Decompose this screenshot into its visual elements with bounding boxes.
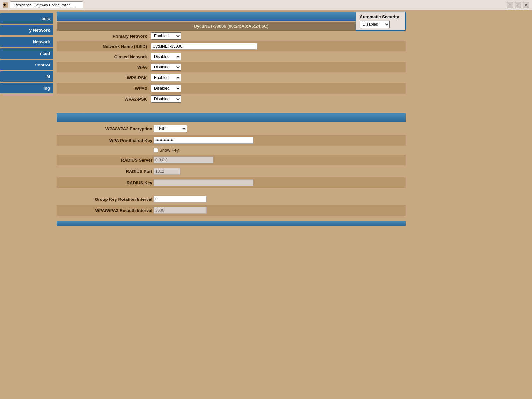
wpa-encryption-select[interactable]: TKIP AES TKIP+AES — [154, 125, 187, 132]
radius-server-row: RADIUS Server — [57, 155, 406, 165]
show-key-row: Show Key — [57, 146, 406, 154]
browser-controls: − □ ✕ — [507, 2, 529, 8]
encryption-section-header — [57, 113, 406, 122]
browser-chrome: ★ Residential Gateway Configuration: Wir… — [0, 0, 532, 10]
radius-key-input[interactable] — [154, 179, 253, 186]
sidebar-item-primary-network[interactable]: y Network — [0, 25, 53, 35]
radius-key-label: RADIUS Key — [59, 180, 152, 185]
primary-network-label: Primary Network — [57, 31, 150, 41]
closed-network-label: Closed Network — [57, 51, 150, 62]
sidebar-item-m[interactable]: M — [0, 71, 53, 82]
closed-network-row: Closed Network Disabled Enabled — [57, 51, 406, 62]
primary-network-row: Primary Network Enabled Disabled — [57, 31, 406, 41]
bottom-section: Group Key Rotation Interval WPA/WPA2 Re-… — [57, 194, 406, 216]
sidebar: asic y Network Network nced Control M in… — [0, 0, 53, 399]
wpa-label: WPA — [57, 62, 150, 72]
primary-form-table: Primary Network Enabled Disabled Network… — [57, 31, 406, 104]
radius-port-row: RADIUS Port — [57, 166, 406, 177]
ssid-label: Network Name (SSID) — [57, 41, 150, 51]
radius-key-row: RADIUS Key — [57, 177, 406, 188]
wpa2-row: WPA2 Disabled Enabled — [57, 83, 406, 94]
psk-row: WPA Pre-Shared Key — [57, 135, 406, 146]
group-key-input[interactable] — [154, 196, 207, 202]
top-section: UyduNET-33006 (00:24:A0:A5:24:6C) Automa… — [57, 12, 406, 104]
psk-label: WPA Pre-Shared Key — [59, 138, 152, 143]
main-content: UyduNET-33006 (00:24:A0:A5:24:6C) Automa… — [53, 0, 532, 399]
wpa-encryption-label: WPA/WPA2 Encryption — [59, 126, 152, 131]
wpa-select[interactable]: Disabled Enabled — [151, 64, 181, 71]
auto-security-panel: Automatic Security Disabled Enabled — [356, 12, 406, 31]
primary-network-control: Enabled Disabled — [150, 31, 406, 41]
radius-server-label: RADIUS Server — [59, 158, 152, 163]
network-title: UyduNET-33006 (00:24:A0:A5:24:6C) — [194, 24, 268, 29]
show-key-label: Show Key — [159, 148, 179, 153]
group-key-label: Group Key Rotation Interval — [59, 197, 152, 202]
wpa-psk-label: WPA-PSK — [57, 72, 150, 83]
minimize-button[interactable]: − — [507, 2, 513, 8]
wpa2-select[interactable]: Disabled Enabled — [151, 85, 181, 92]
scroll-bar[interactable] — [57, 221, 406, 226]
sidebar-item-network[interactable]: Network — [0, 37, 53, 47]
browser-tab[interactable]: Residential Gateway Configuration: Wirel… — [10, 1, 83, 8]
wpa-psk-select[interactable]: Enabled Disabled — [151, 74, 181, 81]
closed-network-select[interactable]: Disabled Enabled — [151, 53, 181, 60]
maximize-button[interactable]: □ — [515, 2, 521, 8]
wpa2-control: Disabled Enabled — [150, 83, 406, 94]
auto-security-select[interactable]: Disabled Enabled — [360, 21, 390, 28]
reauth-row: WPA/WPA2 Re-auth Interval — [57, 205, 406, 216]
show-key-checkbox[interactable] — [154, 148, 158, 152]
wpa2-psk-row: WPA2-PSK Disabled Enabled — [57, 94, 406, 104]
sidebar-item-ing[interactable]: ing — [0, 83, 53, 93]
sidebar-item-advanced[interactable]: nced — [0, 48, 53, 59]
closed-network-control: Disabled Enabled — [150, 51, 406, 62]
wpa-control: Disabled Enabled — [150, 62, 406, 72]
psk-input[interactable] — [154, 137, 253, 144]
reauth-label: WPA/WPA2 Re-auth Interval — [59, 208, 152, 213]
wpa2-psk-label: WPA2-PSK — [57, 94, 150, 104]
radius-server-input[interactable] — [154, 157, 213, 163]
group-key-row: Group Key Rotation Interval — [57, 194, 406, 204]
ssid-row: Network Name (SSID) — [57, 41, 406, 51]
wpa-psk-row: WPA-PSK Enabled Disabled — [57, 72, 406, 83]
config-panel: UyduNET-33006 (00:24:A0:A5:24:6C) Automa… — [57, 12, 406, 226]
spacer2 — [57, 189, 406, 194]
radius-port-label: RADIUS Port — [59, 169, 152, 174]
browser-favicon: ★ — [3, 2, 8, 8]
wpa-row: WPA Disabled Enabled — [57, 62, 406, 72]
wpa2-psk-select[interactable]: Disabled Enabled — [151, 95, 181, 103]
primary-section-header — [57, 12, 406, 21]
wpa-psk-control: Enabled Disabled — [150, 72, 406, 83]
spacer1 — [57, 108, 406, 113]
sidebar-item-basic[interactable]: asic — [0, 13, 53, 24]
sidebar-item-control[interactable]: Control — [0, 60, 53, 70]
network-info-bar: UyduNET-33006 (00:24:A0:A5:24:6C) — [57, 22, 406, 31]
wpa2-label: WPA2 — [57, 83, 150, 94]
primary-network-select[interactable]: Enabled Disabled — [151, 32, 181, 40]
close-button[interactable]: ✕ — [523, 2, 529, 8]
wpa2-psk-control: Disabled Enabled — [150, 94, 406, 104]
encryption-section: WPA/WPA2 Encryption TKIP AES TKIP+AES WP… — [57, 113, 406, 188]
ssid-control — [150, 41, 406, 51]
auto-security-title: Automatic Security — [360, 14, 402, 19]
ssid-input[interactable] — [151, 43, 257, 50]
wpa-encryption-row: WPA/WPA2 Encryption TKIP AES TKIP+AES — [57, 123, 406, 134]
radius-port-input[interactable] — [154, 168, 180, 175]
reauth-input[interactable] — [154, 207, 207, 214]
